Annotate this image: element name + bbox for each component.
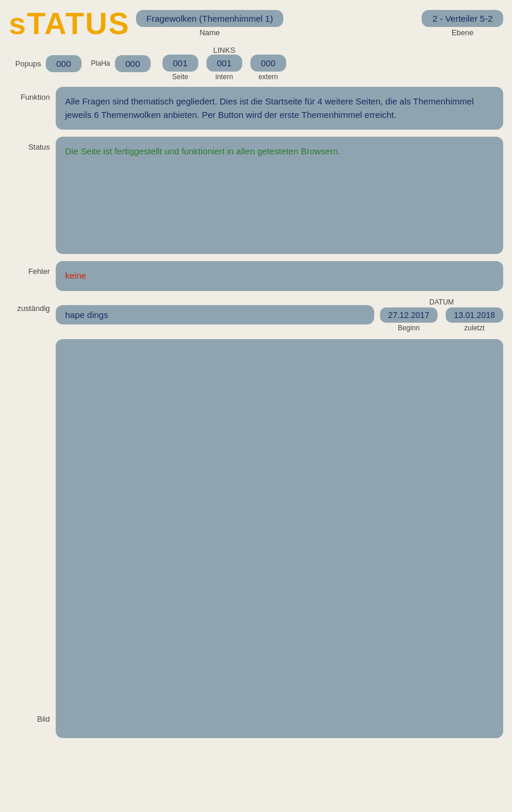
beginn-label: Beginn (398, 324, 419, 332)
seite-label: Seite (172, 73, 188, 81)
plaha-label: PlaHa (91, 59, 110, 67)
intern-label: intern (215, 73, 233, 81)
ebene-group: 2 - Verteiler 5-2 Ebene (422, 10, 503, 37)
seite-value: 001 (162, 55, 198, 72)
zustaendig-row: zuständig hape dings DATUM 27.12.2017 Be… (9, 298, 503, 332)
fehler-text: keine (56, 261, 503, 291)
extern-group: 000 extern (250, 55, 286, 81)
fehler-label: Fehler (9, 261, 56, 276)
plaha-value: 000 (115, 55, 151, 72)
zuletzt-label: zuletzt (464, 324, 485, 332)
funktion-label: Funktion (9, 87, 56, 102)
seite-group: 001 Seite (162, 55, 198, 81)
funktion-text: Alle Fragen sind thematisch gegliedert. … (56, 87, 503, 130)
datum-group: DATUM 27.12.2017 Beginn 13.01.2018 zulet… (380, 298, 503, 332)
ebene-label: Ebene (452, 28, 474, 37)
popups-links-row: Popups 000 PlaHa 000 LINKS 001 Seite 001… (9, 46, 503, 81)
status-row: Status Die Seite ist fertiggestellt und … (9, 137, 503, 254)
status-label: Status (9, 137, 56, 151)
bild-label: Bild (9, 339, 56, 723)
links-row: 001 Seite 001 intern 000 extern (162, 55, 286, 81)
name-group: Fragewolken (Themenhimmel 1) Name (136, 10, 284, 37)
beginn-group: 27.12.2017 Beginn (380, 307, 438, 332)
funktion-row: Funktion Alle Fragen sind thematisch geg… (9, 87, 503, 130)
fehler-row: Fehler keine (9, 261, 503, 291)
header-row: sTATUS Fragewolken (Themenhimmel 1) Name… (9, 6, 503, 41)
zustaendig-content: hape dings DATUM 27.12.2017 Beginn 13.01… (56, 298, 503, 332)
intern-value: 001 (206, 55, 242, 72)
extern-label: extern (259, 73, 278, 81)
name-value: Fragewolken (Themenhimmel 1) (136, 10, 284, 27)
zuletzt-group: 13.01.2018 zuletzt (446, 307, 503, 332)
zuletzt-value: 13.01.2018 (446, 307, 503, 323)
app-title: sTATUS (9, 6, 130, 41)
ebene-value: 2 - Verteiler 5-2 (422, 10, 503, 27)
name-label: Name (199, 28, 220, 37)
bild-box (56, 339, 503, 738)
datum-label: DATUM (429, 298, 454, 306)
bild-row: Bild (9, 339, 503, 738)
extern-value: 000 (250, 55, 286, 72)
popups-value: 000 (46, 55, 82, 72)
links-header-label: LINKS (213, 46, 236, 55)
status-text: Die Seite ist fertiggestellt und funktio… (56, 137, 503, 254)
datum-row: 27.12.2017 Beginn 13.01.2018 zuletzt (380, 307, 503, 332)
links-section: LINKS 001 Seite 001 intern 000 extern (162, 46, 286, 81)
beginn-value: 27.12.2017 (380, 307, 438, 323)
intern-group: 001 intern (206, 55, 242, 81)
zustaendig-value: hape dings (56, 305, 374, 324)
zustaendig-label: zuständig (9, 298, 56, 313)
popups-label: Popups (9, 59, 41, 68)
